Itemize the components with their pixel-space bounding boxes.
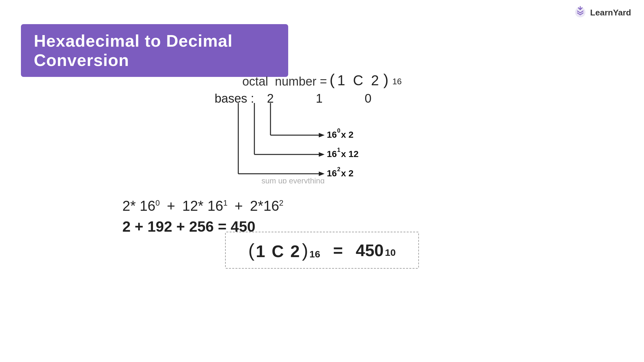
result-number: 450 <box>356 241 384 260</box>
logo-area: LearnYard <box>573 6 631 19</box>
learnyard-icon <box>573 6 587 19</box>
formula-section: 2* 160 + 12* 161 + 2*162 2 + 192 + 256 =… <box>122 198 283 235</box>
svg-text:16: 16 <box>327 149 337 159</box>
octal-number-line: octal number = ( 1 C 2 ) 16 <box>242 71 402 88</box>
octal-paren-open: ( <box>329 71 335 88</box>
result-equals: = <box>333 241 343 260</box>
octal-digits: 1 C 2 <box>337 72 381 88</box>
svg-text:2: 2 <box>337 166 340 172</box>
formula-line1: 2* 160 + 12* 161 + 2*162 <box>122 198 283 214</box>
result-box: ( 1 C 2 ) 16 = 450 10 <box>225 232 419 269</box>
svg-marker-4 <box>319 133 325 137</box>
result-open-paren: ( <box>248 239 254 261</box>
svg-text:x 2: x 2 <box>341 130 354 140</box>
octal-paren-close: ) <box>384 71 389 88</box>
result-value: 450 10 <box>356 241 396 260</box>
result-close-paren: ) <box>302 239 308 261</box>
octal-label: octal number = <box>242 75 327 88</box>
logo-text: LearnYard <box>590 8 631 18</box>
formula-part2: 12* 161 <box>182 198 228 214</box>
formula-part3: 2*162 <box>250 198 283 214</box>
result-base-16: 16 <box>309 249 320 260</box>
svg-marker-6 <box>319 152 325 157</box>
svg-text:x 2: x 2 <box>341 168 354 178</box>
formula-plus1: + <box>167 198 175 214</box>
header-banner: Hexadecimal to Decimal Conversion <box>21 24 288 77</box>
svg-text:1: 1 <box>337 147 340 153</box>
result-digits: 1 C 2 <box>256 242 300 261</box>
octal-subscript: 16 <box>393 77 402 87</box>
formula-part1: 2* 160 <box>122 198 160 214</box>
result-left: ( 1 C 2 ) 16 <box>248 239 320 261</box>
svg-marker-8 <box>319 172 325 176</box>
arrow-diagram: 16 0 x 2 16 1 x 12 16 2 x 2 sum up every… <box>180 100 367 183</box>
svg-text:16: 16 <box>327 168 337 178</box>
svg-text:sum up everything: sum up everything <box>261 176 325 183</box>
svg-text:16: 16 <box>327 130 337 140</box>
svg-text:0: 0 <box>337 127 340 134</box>
page-title: Hexadecimal to Decimal Conversion <box>34 31 275 70</box>
svg-text:x 12: x 12 <box>341 149 359 159</box>
formula-plus2: + <box>235 198 243 214</box>
result-base-10: 10 <box>385 247 396 258</box>
